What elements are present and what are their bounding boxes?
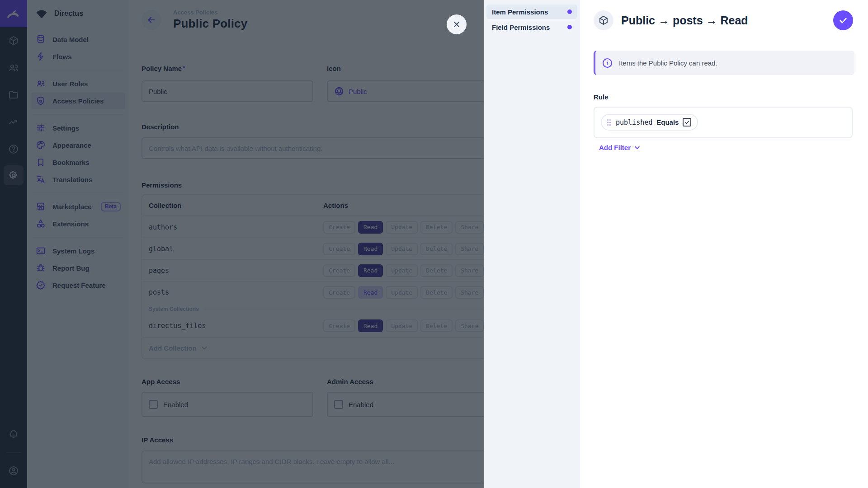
filter-value-checkbox[interactable] bbox=[683, 118, 691, 127]
add-filter-button[interactable]: Add Filter bbox=[599, 144, 641, 151]
directus-app: Directus Data Model Flows User Roles Acc… bbox=[0, 0, 868, 488]
info-banner: i Items the Public Policy can read. bbox=[594, 51, 854, 75]
modal-dim-overlay[interactable] bbox=[0, 0, 484, 488]
edited-indicator-dot bbox=[567, 25, 572, 29]
drawer-title: Public → posts → Read bbox=[621, 14, 748, 27]
tab-field-permissions[interactable]: Field Permissions bbox=[486, 20, 577, 34]
filter-field-name[interactable]: published bbox=[616, 118, 652, 127]
rule-filter-box: published Equals bbox=[594, 107, 853, 138]
info-banner-text: Items the Public Policy can read. bbox=[619, 59, 717, 67]
check-icon bbox=[838, 15, 848, 25]
permission-drawer: Item Permissions Field Permissions Publi… bbox=[484, 0, 868, 488]
box-cube-icon bbox=[594, 10, 613, 30]
chevron-down-icon bbox=[633, 144, 641, 151]
info-icon: i bbox=[603, 58, 612, 68]
close-icon bbox=[452, 20, 461, 29]
drag-handle-icon[interactable] bbox=[606, 118, 612, 127]
filter-pill[interactable]: published Equals bbox=[601, 114, 698, 131]
close-drawer-button[interactable] bbox=[447, 14, 467, 34]
drawer-nav: Item Permissions Field Permissions bbox=[484, 0, 580, 488]
tab-item-permissions[interactable]: Item Permissions bbox=[486, 5, 577, 19]
save-button[interactable] bbox=[833, 10, 853, 30]
drawer-header: Public → posts → Read bbox=[580, 0, 868, 41]
edited-indicator-dot bbox=[567, 9, 572, 14]
filter-operator[interactable]: Equals bbox=[656, 118, 679, 126]
drawer-content: Public → posts → Read i Items the Public… bbox=[580, 0, 868, 488]
rule-label: Rule bbox=[594, 93, 609, 101]
check-icon bbox=[684, 119, 690, 125]
